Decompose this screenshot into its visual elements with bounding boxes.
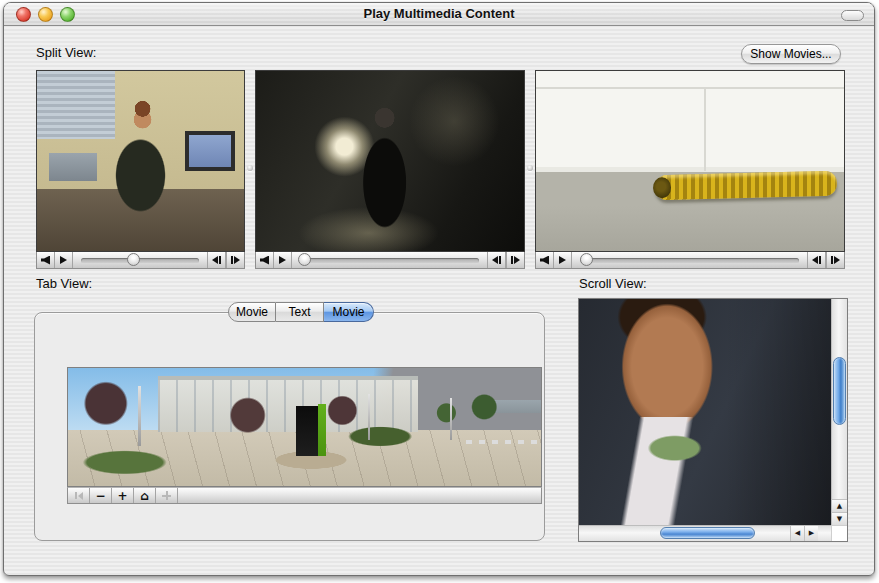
scroll-view-label: Scroll View:: [579, 276, 647, 291]
play-icon: [60, 256, 67, 264]
scroll-right-button[interactable]: ▶: [804, 525, 818, 541]
panorama-video[interactable]: [67, 367, 542, 487]
window: Play Multimedia Content Split View: Show…: [3, 2, 875, 576]
play-button[interactable]: [554, 252, 572, 268]
step-backward-icon: [492, 256, 501, 264]
warehouse-video[interactable]: [535, 70, 845, 252]
step-forward-icon: [511, 256, 520, 264]
scrubber-track[interactable]: [81, 258, 199, 263]
movie-controller: [36, 252, 245, 269]
vertical-scrollbar-thumb[interactable]: [833, 357, 846, 425]
scrollbar-corner: [831, 525, 847, 541]
step-backward-button[interactable]: [808, 252, 826, 268]
splitter-handle[interactable]: [247, 165, 253, 171]
step-backward-button[interactable]: [488, 252, 506, 268]
tab-movie-2[interactable]: Movie: [324, 302, 374, 322]
studio-video[interactable]: [255, 70, 525, 252]
splitter-handle[interactable]: [527, 165, 533, 171]
scrubber-thumb[interactable]: [580, 253, 593, 266]
scrubber-track[interactable]: [300, 258, 479, 263]
step-forward-icon: [231, 256, 240, 264]
movie-player-studio: [255, 70, 525, 269]
volume-button[interactable]: [37, 252, 55, 268]
step-forward-button[interactable]: [826, 252, 844, 268]
step-backward-button[interactable]: [208, 252, 226, 268]
tab-text[interactable]: Text: [276, 302, 324, 322]
tab-movie-1[interactable]: Movie: [228, 302, 276, 322]
movie-player-office: [36, 70, 245, 269]
window-title: Play Multimedia Content: [4, 6, 874, 21]
office-video[interactable]: [36, 70, 245, 252]
scrubber-track[interactable]: [580, 258, 799, 263]
play-button[interactable]: [274, 252, 292, 268]
scroll-down-button[interactable]: ▼: [831, 512, 847, 525]
panorama-player: − + ⌂: [67, 367, 542, 504]
toolbar-pill-button[interactable]: [841, 10, 864, 21]
scrubber[interactable]: [292, 252, 488, 268]
horizontal-scrollbar-track[interactable]: [579, 526, 804, 541]
show-movies-button[interactable]: Show Movies...: [741, 44, 841, 64]
scrubber-thumb[interactable]: [298, 253, 311, 266]
tab-strip: Movie Text Movie: [228, 302, 374, 322]
speaker-icon: [540, 256, 549, 265]
vr-back-button: [68, 488, 90, 503]
scroll-view: ▲ ▼ ◀ ▶: [578, 298, 848, 542]
step-forward-icon: [831, 256, 840, 264]
zoom-in-button[interactable]: +: [112, 488, 134, 503]
movie-controller: [255, 252, 525, 269]
back-arrow-icon: [75, 492, 83, 500]
scrubber[interactable]: [572, 252, 808, 268]
step-backward-icon: [212, 256, 221, 264]
play-button[interactable]: [55, 252, 73, 268]
step-forward-button[interactable]: [226, 252, 244, 268]
play-icon: [279, 256, 286, 264]
scrubber[interactable]: [73, 252, 208, 268]
tab-view-label: Tab View:: [36, 276, 92, 291]
vr-bar-filler: [178, 488, 541, 503]
vertical-scrollbar[interactable]: [831, 299, 847, 525]
split-view-label: Split View:: [36, 45, 96, 60]
scroll-left-button[interactable]: ◀: [790, 525, 804, 541]
yellow-duct: [655, 171, 838, 201]
horizontal-scrollbar-thumb[interactable]: [660, 527, 755, 539]
title-bar[interactable]: Play Multimedia Content: [4, 3, 874, 26]
scroll-up-button[interactable]: ▲: [831, 499, 847, 512]
speaker-icon: [260, 256, 269, 265]
speaker-icon: [41, 256, 50, 265]
bowtie-video[interactable]: [579, 299, 831, 525]
vr-controller: − + ⌂: [67, 487, 542, 504]
movie-player-warehouse: [535, 70, 845, 269]
volume-button[interactable]: [536, 252, 554, 268]
play-icon: [559, 256, 566, 264]
scrubber-thumb[interactable]: [127, 253, 140, 266]
step-forward-button[interactable]: [506, 252, 524, 268]
hotspots-button[interactable]: ⌂: [134, 488, 156, 503]
volume-button[interactable]: [256, 252, 274, 268]
vertical-scrollbar-track[interactable]: [832, 299, 847, 499]
move-icon: [162, 491, 171, 500]
movie-controller: [535, 252, 845, 269]
move-tool-button: [156, 488, 178, 503]
step-backward-icon: [812, 256, 821, 264]
zoom-out-button[interactable]: −: [90, 488, 112, 503]
